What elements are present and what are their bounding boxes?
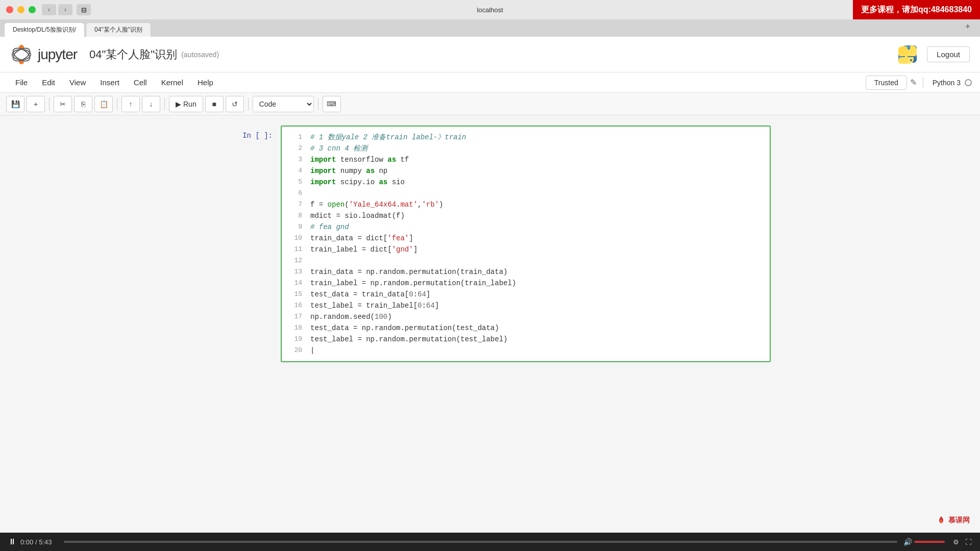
svg-point-2 bbox=[12, 49, 31, 60]
edit-icon[interactable]: ✎ bbox=[910, 78, 917, 87]
tab-notebook[interactable]: 04"某个人脸"识别 bbox=[86, 22, 151, 37]
close-button[interactable] bbox=[6, 6, 13, 13]
code-line-13: 13 train_data = np.random.permutation(tr… bbox=[288, 266, 764, 278]
separator-3 bbox=[164, 98, 165, 110]
bottom-bar: ⏸ 0:00 / 5:43 🔊 ⚙ ⛶ bbox=[0, 533, 980, 551]
back-button[interactable]: ‹ bbox=[42, 4, 56, 15]
code-line-4: 4 import numpy as np bbox=[288, 165, 764, 177]
code-line-20: 20 | bbox=[288, 345, 764, 356]
sidebar-toggle[interactable]: ⊟ bbox=[77, 4, 91, 15]
navigation-buttons[interactable]: ‹ › bbox=[42, 4, 72, 15]
tab-desktop[interactable]: Desktop/DL/5脸脸识别/ bbox=[4, 22, 85, 37]
volume-bar[interactable] bbox=[914, 541, 945, 543]
separator-5 bbox=[318, 98, 318, 110]
code-line-11: 11 train_label = dict['gnd'] bbox=[288, 244, 764, 255]
new-tab-button[interactable]: + bbox=[961, 19, 975, 34]
code-area[interactable]: 1 # 1 数据yale 2 准备train label-》train 2 # … bbox=[282, 127, 770, 361]
forward-button[interactable]: › bbox=[58, 4, 72, 15]
window-controls[interactable] bbox=[6, 6, 36, 13]
paste-button[interactable]: 📋 bbox=[94, 96, 113, 112]
menu-file[interactable]: File bbox=[8, 75, 35, 90]
restart-button[interactable]: ↺ bbox=[226, 96, 244, 112]
run-button[interactable]: ▶ Run bbox=[169, 96, 203, 112]
menubar: File Edit View Insert Cell Kernel Help T… bbox=[0, 72, 980, 93]
separator-4 bbox=[248, 98, 249, 110]
maximize-button[interactable] bbox=[29, 6, 36, 13]
notebook: In [ ]: 1 # 1 数据yale 2 准备train label-》tr… bbox=[209, 126, 771, 362]
code-line-14: 14 train_label = np.random.permutation(t… bbox=[288, 278, 764, 289]
code-line-2: 2 # 3 cnn 4 检测 bbox=[288, 143, 764, 154]
menu-help[interactable]: Help bbox=[190, 75, 220, 90]
play-pause-button[interactable]: ⏸ bbox=[8, 537, 16, 546]
code-line-5: 5 import scipy.io as sio bbox=[288, 177, 764, 188]
notebook-title[interactable]: 04"某个人脸"识别 bbox=[89, 47, 177, 62]
titlebar: ‹ › ⊟ localhost ↻ 更多课程，请加qq:484683840 bbox=[0, 0, 980, 19]
interrupt-button[interactable]: ■ bbox=[205, 96, 224, 112]
move-down-button[interactable]: ↓ bbox=[142, 96, 160, 112]
code-line-6: 6 bbox=[288, 188, 764, 199]
menu-insert[interactable]: Insert bbox=[93, 75, 127, 90]
code-line-9: 9 # fea gnd bbox=[288, 221, 764, 233]
cell-type-select[interactable]: Code Markdown Raw bbox=[253, 96, 314, 112]
logout-button[interactable]: Logout bbox=[927, 46, 970, 62]
code-line-12: 12 bbox=[288, 255, 764, 266]
code-line-19: 19 test_label = np.random.permutation(te… bbox=[288, 334, 764, 345]
jupyter-wordmark: jupyter bbox=[38, 46, 77, 63]
move-up-button[interactable]: ↑ bbox=[121, 96, 140, 112]
code-line-16: 16 test_label = train_label[0:64] bbox=[288, 300, 764, 311]
watermark: 更多课程，请加qq:484683840 bbox=[853, 0, 980, 19]
menu-cell[interactable]: Cell bbox=[127, 75, 154, 90]
header-right: Logout bbox=[896, 43, 970, 66]
code-line-1: 1 # 1 数据yale 2 准备train label-》train bbox=[288, 132, 764, 143]
separator bbox=[923, 78, 923, 88]
main-content: In [ ]: 1 # 1 数据yale 2 准备train label-》tr… bbox=[0, 115, 980, 533]
flame-icon bbox=[936, 515, 946, 525]
kernel-status-indicator bbox=[965, 79, 972, 86]
code-cell: In [ ]: 1 # 1 数据yale 2 准备train label-》tr… bbox=[209, 126, 771, 362]
trusted-button[interactable]: Trusted bbox=[866, 76, 907, 90]
code-line-10: 10 train_data = dict['fea'] bbox=[288, 233, 764, 244]
code-line-7: 7 f = open('Yale_64x64.mat','rb') bbox=[288, 199, 764, 210]
jupyter-header: jupyter 04"某个人脸"识别 (autosaved) Logout bbox=[0, 37, 980, 72]
minimize-button[interactable] bbox=[17, 6, 24, 13]
cut-button[interactable]: ✂ bbox=[54, 96, 72, 112]
time-display: 0:00 / 5:43 bbox=[20, 538, 52, 546]
progress-bar[interactable] bbox=[64, 541, 897, 543]
separator-2 bbox=[117, 98, 117, 110]
toolbar: 💾 + ✂ ⎘ 📋 ↑ ↓ ▶ Run ■ ↺ Code Markdown Ra… bbox=[0, 93, 980, 115]
code-line-15: 15 test_data = train_data[0:64] bbox=[288, 289, 764, 300]
code-line-17: 17 np.random.seed(100) bbox=[288, 311, 764, 322]
mukewang-logo: 慕课网 bbox=[936, 515, 970, 525]
run-icon: ▶ bbox=[176, 100, 181, 108]
code-line-3: 3 import tensorflow as tf bbox=[288, 154, 764, 165]
autosaved-label: (autosaved) bbox=[181, 51, 219, 59]
volume-icon[interactable]: 🔊 bbox=[903, 538, 912, 546]
add-cell-button[interactable]: + bbox=[27, 96, 45, 112]
jupyter-logo-icon bbox=[10, 43, 33, 66]
bottom-controls: ⚙ ⛶ bbox=[953, 538, 972, 546]
code-line-8: 8 mdict = sio.loadmat(f) bbox=[288, 210, 764, 221]
settings-button[interactable]: ⚙ bbox=[953, 538, 959, 546]
url-bar[interactable]: localhost bbox=[477, 6, 503, 14]
kernel-info: Python 3 bbox=[933, 79, 972, 87]
menu-view[interactable]: View bbox=[62, 75, 93, 90]
menu-edit[interactable]: Edit bbox=[35, 75, 62, 90]
menu-kernel[interactable]: Kernel bbox=[154, 75, 190, 90]
jupyter-logo: jupyter bbox=[10, 43, 77, 66]
code-line-18: 18 test_data = np.random.permutation(tes… bbox=[288, 322, 764, 334]
python-logo bbox=[896, 43, 919, 66]
keyboard-shortcuts-button[interactable]: ⌨ bbox=[323, 96, 341, 112]
save-button[interactable]: 💾 bbox=[6, 96, 24, 112]
cell-prompt: In [ ]: bbox=[209, 126, 281, 362]
tabbar: Desktop/DL/5脸脸识别/ 04"某个人脸"识别 + bbox=[0, 19, 980, 37]
svg-point-6 bbox=[910, 59, 912, 61]
separator-1 bbox=[49, 98, 50, 110]
copy-button[interactable]: ⎘ bbox=[74, 96, 92, 112]
cell-editor[interactable]: 1 # 1 数据yale 2 准备train label-》train 2 # … bbox=[281, 126, 771, 362]
fullscreen-button[interactable]: ⛶ bbox=[965, 538, 972, 546]
